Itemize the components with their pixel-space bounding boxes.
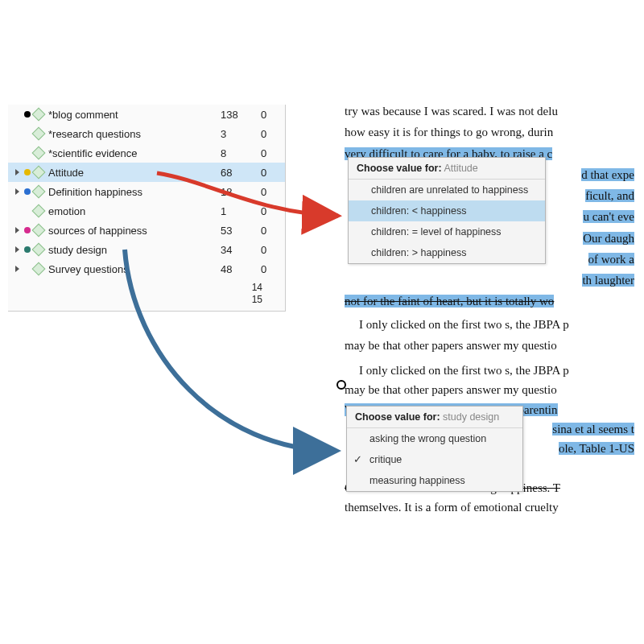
code-count: 3 <box>221 128 261 140</box>
color-dot-icon <box>24 208 31 214</box>
menu-item[interactable]: children: = level of happiness <box>349 221 545 242</box>
code-label: *scientific evidence <box>48 147 221 159</box>
menu-header: Choose value for: Attitude <box>349 158 545 180</box>
code-row[interactable]: *research questions30 <box>8 124 285 143</box>
code-row[interactable]: Attitude680 <box>8 163 285 182</box>
expander-icon <box>13 207 21 215</box>
expander-icon[interactable] <box>13 188 21 196</box>
color-dot-icon <box>24 227 31 233</box>
color-dot-icon <box>24 266 31 272</box>
code-row[interactable]: emotion10 <box>8 201 285 221</box>
code-panel: *blog comment1380*research questions30*s… <box>8 105 286 312</box>
code-row[interactable]: Survey questions480 <box>8 259 285 279</box>
color-dot-icon <box>24 169 31 175</box>
code-zero: 0 <box>261 109 285 121</box>
color-dot-icon <box>24 111 31 118</box>
expander-icon[interactable] <box>13 265 21 273</box>
code-zero: 0 <box>261 244 285 256</box>
menu-item[interactable]: asking the wrong question <box>347 428 522 449</box>
menu-item[interactable]: children: > happiness <box>349 242 545 263</box>
code-zero: 0 <box>261 128 285 140</box>
menu-item[interactable]: children are unrelated to happiness <box>349 180 545 200</box>
expander-icon <box>13 149 21 157</box>
diamond-icon <box>32 166 46 180</box>
code-zero: 0 <box>261 225 285 237</box>
code-label: study design <box>48 244 221 256</box>
expander-icon <box>13 110 21 118</box>
expander-icon[interactable] <box>13 168 21 176</box>
code-count: 48 <box>221 263 261 275</box>
color-dot-icon <box>24 246 31 253</box>
diamond-icon <box>32 224 46 237</box>
color-dot-icon <box>24 188 31 195</box>
code-label: Definition happiness <box>48 186 221 198</box>
code-label: *research questions <box>48 128 221 140</box>
menu-item[interactable]: critique <box>347 449 522 470</box>
diamond-icon <box>32 204 46 218</box>
expander-icon[interactable] <box>13 226 21 234</box>
code-row[interactable]: study design340 <box>8 240 285 259</box>
diamond-icon <box>32 243 46 257</box>
code-zero: 0 <box>261 263 285 275</box>
code-count: 34 <box>221 244 261 256</box>
code-zero: 0 <box>261 205 285 217</box>
code-count: 138 <box>221 109 261 121</box>
code-count: 68 <box>221 167 261 179</box>
code-count: 8 <box>221 147 261 159</box>
menu-item[interactable]: measuring happiness <box>347 470 522 491</box>
color-dot-icon <box>24 150 31 156</box>
diamond-icon <box>32 262 46 276</box>
diamond-icon <box>32 185 46 199</box>
code-count: 53 <box>221 225 261 237</box>
code-row[interactable]: *blog comment1380 <box>8 105 285 124</box>
code-zero: 0 <box>261 167 285 179</box>
panel-footer-numbers: 14 15 <box>8 282 285 306</box>
expander-icon <box>13 130 21 138</box>
choose-value-menu-study-design[interactable]: Choose value for: study design asking th… <box>346 406 523 492</box>
code-label: Attitude <box>48 167 221 179</box>
expander-icon[interactable] <box>13 246 21 254</box>
code-count: 18 <box>221 186 261 198</box>
code-zero: 0 <box>261 186 285 198</box>
color-dot-icon <box>24 130 31 137</box>
code-row[interactable]: *scientific evidence80 <box>8 143 285 163</box>
code-label: Survey questions <box>48 263 221 275</box>
code-count: 1 <box>221 205 261 217</box>
diamond-icon <box>32 127 46 141</box>
menu-item[interactable]: children: < happiness <box>349 200 545 221</box>
diamond-icon <box>32 108 46 122</box>
code-zero: 0 <box>261 147 285 159</box>
menu-header: Choose value for: study design <box>347 407 522 428</box>
code-row[interactable]: sources of happiness530 <box>8 221 285 240</box>
diamond-icon <box>32 147 46 160</box>
code-row[interactable]: Definition happiness180 <box>8 182 285 201</box>
choose-value-menu-attitude[interactable]: Choose value for: Attitude children are … <box>348 157 546 264</box>
code-label: *blog comment <box>48 109 221 121</box>
code-label: emotion <box>48 205 221 217</box>
code-label: sources of happiness <box>48 225 221 237</box>
